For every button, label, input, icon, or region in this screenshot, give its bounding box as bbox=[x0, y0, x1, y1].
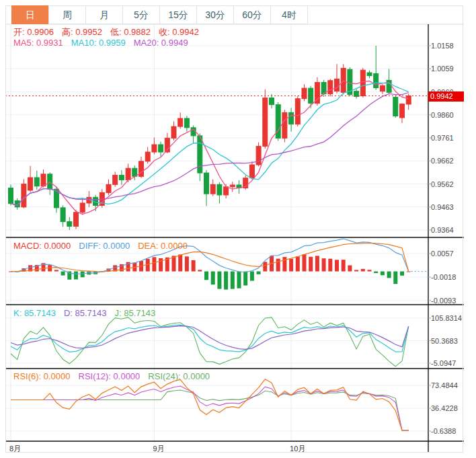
axis-tick-label: 1.0158 bbox=[431, 42, 454, 50]
candle-body bbox=[159, 145, 163, 152]
macd-bar bbox=[335, 260, 339, 271]
macd-bar bbox=[276, 259, 280, 272]
chart-page: 日周月5分15分30分60分4时 开: 0.9906高: 0.9952低: 0.… bbox=[0, 0, 476, 458]
month-label: 10月 bbox=[290, 444, 305, 454]
macd-bar bbox=[61, 272, 65, 276]
candle-body bbox=[335, 79, 340, 91]
axis-tick-label: 0.9761 bbox=[431, 134, 454, 142]
macd-bar bbox=[374, 272, 378, 274]
candle-body bbox=[34, 178, 39, 186]
macd-bar bbox=[178, 254, 182, 271]
k-line bbox=[11, 325, 409, 352]
candle-body bbox=[119, 176, 124, 180]
candle-body bbox=[400, 104, 405, 118]
candle-body bbox=[48, 174, 52, 189]
candle-body bbox=[184, 118, 189, 128]
candle-body bbox=[302, 88, 307, 99]
candle-body bbox=[145, 152, 150, 161]
rsi-legend: RSI(6): 0.0000RSI(12): 0.0000RSI(24): 0.… bbox=[13, 371, 218, 381]
macd-bar bbox=[81, 272, 85, 278]
macd-bar bbox=[282, 257, 286, 271]
macd-bar bbox=[54, 270, 58, 271]
j-line bbox=[11, 317, 409, 367]
candle-body bbox=[171, 126, 176, 138]
macd-bar bbox=[309, 257, 313, 272]
candle-body bbox=[315, 83, 319, 104]
macd-bar bbox=[159, 258, 163, 272]
candle-body bbox=[374, 73, 379, 87]
candle-body bbox=[270, 98, 274, 105]
current-price-badge: 0.9942 bbox=[428, 91, 464, 102]
candle-body bbox=[249, 165, 254, 178]
legend-item: MA5: 0.9931 bbox=[13, 38, 63, 48]
candle-body bbox=[113, 176, 118, 185]
legend-item: J: 85.7143 bbox=[115, 308, 156, 318]
chart-canvas[interactable] bbox=[0, 0, 476, 458]
legend-item: MA20: 0.9949 bbox=[134, 38, 188, 48]
macd-bar bbox=[387, 272, 391, 278]
axis-tick-label: 0.9662 bbox=[431, 157, 454, 165]
axis-tick-label: -0.6388 bbox=[431, 427, 456, 435]
kdj-legend: K: 85.7143D: 85.7143J: 85.7143 bbox=[13, 308, 163, 318]
macd-bar bbox=[361, 269, 365, 272]
candle-body bbox=[289, 112, 294, 124]
tab-日[interactable]: 日 bbox=[11, 5, 48, 24]
tab-4时[interactable]: 4时 bbox=[270, 5, 308, 24]
legend-item: 收: 0.9942 bbox=[159, 27, 199, 37]
macd-bar bbox=[237, 272, 241, 289]
candle-body bbox=[210, 184, 215, 194]
macd-bar bbox=[231, 272, 235, 289]
macd-bar bbox=[289, 259, 293, 272]
macd-bar bbox=[224, 272, 228, 290]
candle-body bbox=[295, 99, 300, 124]
month-label: 9月 bbox=[153, 444, 164, 454]
macd-bar bbox=[407, 272, 411, 272]
legend-item: RSI(24): 0.0000 bbox=[148, 371, 210, 381]
candle-body bbox=[224, 187, 229, 195]
tab-30分[interactable]: 30分 bbox=[196, 5, 233, 24]
axis-tick-label: 0.9463 bbox=[431, 203, 454, 211]
macd-bar bbox=[381, 272, 385, 276]
macd-bar bbox=[192, 260, 196, 272]
candle-body bbox=[74, 213, 79, 227]
axis-tick-label: 0.9562 bbox=[431, 180, 454, 188]
macd-bar bbox=[348, 265, 352, 271]
candle-body bbox=[282, 112, 287, 138]
candle-body bbox=[276, 105, 280, 139]
candle-body bbox=[367, 73, 372, 75]
macd-bar bbox=[152, 257, 156, 271]
macd-bar bbox=[342, 260, 346, 271]
macd-bar bbox=[250, 272, 254, 281]
ma10-line bbox=[11, 83, 409, 205]
candle-body bbox=[80, 203, 85, 213]
ma-legend: MA5: 0.9931MA10: 0.9959MA20: 0.9949 bbox=[13, 38, 196, 48]
axis-tick-label: 1.0059 bbox=[431, 65, 454, 73]
tab-周[interactable]: 周 bbox=[48, 5, 85, 24]
candle-body bbox=[152, 145, 157, 152]
macd-bar bbox=[303, 254, 307, 271]
candle-body bbox=[204, 173, 209, 194]
period-tab-bar: 日周月5分15分30分60分4时 bbox=[11, 5, 308, 24]
tab-60分[interactable]: 60分 bbox=[233, 5, 270, 24]
axis-tick-label: -0.0093 bbox=[431, 297, 456, 305]
axis-tick-label: 0.0057 bbox=[431, 250, 454, 258]
candle-body bbox=[217, 184, 222, 195]
macd-bar bbox=[354, 270, 358, 271]
candle-body bbox=[341, 68, 346, 92]
tab-15分[interactable]: 15分 bbox=[159, 5, 196, 24]
candle-body bbox=[41, 174, 46, 186]
macd-bar bbox=[198, 270, 202, 271]
macd-legend: MACD: 0.0000DIFF: 0.0000DEA: 0.0000 bbox=[13, 241, 196, 251]
axis-tick-label: -5.0947 bbox=[431, 359, 456, 367]
rsi24-line bbox=[11, 390, 409, 430]
tab-5分[interactable]: 5分 bbox=[122, 5, 159, 24]
candle-body bbox=[360, 70, 365, 96]
legend-item: DIFF: 0.0000 bbox=[79, 241, 130, 251]
candle-body bbox=[28, 178, 33, 190]
tab-月[interactable]: 月 bbox=[85, 5, 122, 24]
candle-body bbox=[406, 96, 411, 104]
macd-bar bbox=[328, 259, 332, 272]
axis-tick-label: 50.3683 bbox=[431, 337, 458, 345]
macd-bar bbox=[185, 256, 189, 271]
macd-bar bbox=[204, 272, 208, 280]
